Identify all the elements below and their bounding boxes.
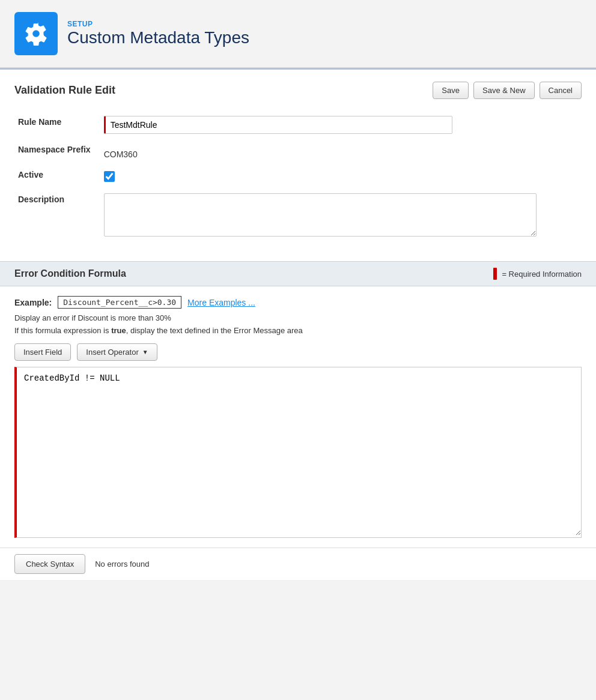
header-text-block: SETUP Custom Metadata Types <box>67 20 249 47</box>
save-button[interactable]: Save <box>433 82 469 99</box>
active-checkbox[interactable] <box>104 171 115 182</box>
no-errors-text: No errors found <box>95 560 149 569</box>
help-text-1: Display an error if Discount is more tha… <box>14 313 582 322</box>
ecf-section: Error Condition Formula = Required Infor… <box>0 261 596 548</box>
insert-operator-label: Insert Operator <box>86 348 138 357</box>
active-label: Active <box>18 170 43 180</box>
help-text-2-suffix: , display the text defined in the Error … <box>126 326 303 335</box>
rule-name-input[interactable] <box>104 116 452 134</box>
insert-operator-button[interactable]: Insert Operator ▼ <box>77 343 157 361</box>
example-row: Example: Discount_Percent__c>0.30 More E… <box>14 296 582 309</box>
ecf-title: Error Condition Formula <box>14 268 126 279</box>
save-new-button[interactable]: Save & New <box>473 82 535 99</box>
help-text-2-bold: true <box>111 326 126 335</box>
ecf-header: Error Condition Formula = Required Infor… <box>0 261 596 286</box>
page-title: Custom Metadata Types <box>67 28 249 47</box>
required-label: = Required Information <box>502 270 582 279</box>
namespace-row: Namespace Prefix COM360 <box>14 139 582 164</box>
active-row: Active <box>14 164 582 189</box>
check-syntax-button[interactable]: Check Syntax <box>14 554 85 574</box>
help-text-2-prefix: If this formula expression is <box>14 326 111 335</box>
cancel-button[interactable]: Cancel <box>540 82 582 99</box>
header-icon-box <box>14 12 58 55</box>
formula-textarea[interactable]: CreatedById != NULL <box>17 367 581 536</box>
rule-name-label: Rule Name <box>18 117 61 127</box>
action-buttons: Save Save & New Cancel <box>433 82 582 99</box>
description-label: Description <box>18 195 64 204</box>
ecf-body: Example: Discount_Percent__c>0.30 More E… <box>0 286 596 548</box>
required-indicator: = Required Information <box>493 268 582 280</box>
bottom-bar: Check Syntax No errors found <box>0 548 596 580</box>
chevron-down-icon: ▼ <box>142 349 148 355</box>
section-title: Validation Rule Edit <box>14 84 115 97</box>
main-content: Validation Rule Edit Save Save & New Can… <box>0 68 596 580</box>
required-red-bar <box>493 268 497 280</box>
example-label: Example: <box>14 298 52 307</box>
formula-editor-container: CreatedById != NULL <box>14 367 582 538</box>
setup-label: SETUP <box>67 20 249 28</box>
gear-icon <box>24 22 48 46</box>
page-header: SETUP Custom Metadata Types <box>0 0 596 68</box>
help-text-2: If this formula expression is true, disp… <box>14 326 582 335</box>
rule-name-row: Rule Name <box>14 111 582 139</box>
form-table: Rule Name Namespace Prefix COM360 <box>14 111 582 243</box>
description-textarea[interactable] <box>104 193 537 237</box>
section-header-row: Validation Rule Edit Save Save & New Can… <box>14 82 582 99</box>
insert-field-button[interactable]: Insert Field <box>14 343 71 361</box>
example-code: Discount_Percent__c>0.30 <box>58 296 181 309</box>
namespace-prefix-value: COM360 <box>104 143 138 159</box>
description-row: Description <box>14 189 582 243</box>
more-examples-link[interactable]: More Examples ... <box>187 298 255 307</box>
form-section: Validation Rule Edit Save Save & New Can… <box>0 70 596 255</box>
insert-buttons-row: Insert Field Insert Operator ▼ <box>14 343 582 361</box>
namespace-prefix-label: Namespace Prefix <box>18 145 91 154</box>
